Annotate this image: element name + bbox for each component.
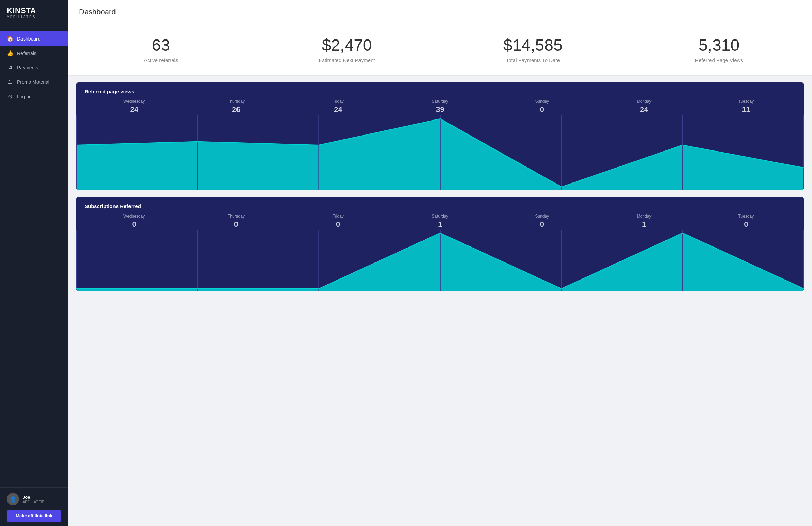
referrals-icon: 👍 (7, 50, 13, 57)
page-title: Dashboard (79, 7, 801, 16)
charts-area: Referred page views Wednesday24Thursday2… (68, 76, 812, 298)
stat-card-2: $14,585Total Payments To Date (440, 24, 626, 75)
sidebar-nav: 🏠Dashboard👍Referrals🖥Payments🗂Promo Mate… (0, 27, 68, 487)
page-header: Dashboard (68, 0, 812, 24)
chart2-day-5: Monday1 (593, 214, 695, 229)
stat-label-1: Estimated Next Payment (265, 57, 429, 63)
sidebar-item-logout[interactable]: ⊙Log out (0, 89, 68, 104)
avatar: 👤 (7, 493, 19, 505)
sidebar-label-promo: Promo Material (17, 79, 49, 85)
chart1-day-5: Monday24 (593, 99, 695, 114)
stat-label-3: Referred Page Views (637, 57, 801, 63)
chart-page-views: Referred page views Wednesday24Thursday2… (76, 82, 804, 190)
chart1-day-4: Sunday0 (491, 99, 593, 114)
stats-row: 63Active referrals$2,470Estimated Next P… (68, 24, 812, 76)
sidebar-label-logout: Log out (17, 94, 33, 100)
stat-value-0: 63 (79, 36, 243, 55)
stat-value-1: $2,470 (265, 36, 429, 55)
sidebar-label-referrals: Referrals (17, 51, 37, 56)
sidebar-item-referrals[interactable]: 👍Referrals (0, 46, 68, 61)
chart1-day-1: Thursday26 (185, 99, 287, 114)
chart1-svg (76, 116, 804, 190)
chart1-day-2: Friday24 (287, 99, 389, 114)
chart2-day-3: Saturday1 (389, 214, 491, 229)
sidebar-label-payments: Payments (17, 65, 38, 71)
chart2-day-6: Tuesday0 (695, 214, 797, 229)
stat-card-1: $2,470Estimated Next Payment (254, 24, 440, 75)
chart-subscriptions: Subscriptions Referred Wednesday0Thursda… (76, 197, 804, 291)
sidebar-label-dashboard: Dashboard (17, 36, 41, 42)
chart2-days: Wednesday0Thursday0Friday0Saturday1Sunda… (76, 214, 804, 229)
stat-card-3: 5,310Referred Page Views (626, 24, 812, 75)
chart2-svg (76, 230, 804, 291)
chart1-day-3: Saturday39 (389, 99, 491, 114)
chart1-svg-wrapper (76, 116, 804, 190)
sidebar-item-dashboard[interactable]: 🏠Dashboard (0, 31, 68, 46)
stat-value-2: $14,585 (451, 36, 615, 55)
user-row: 👤 Joe AFFILIATEID (7, 493, 61, 505)
main-content: Dashboard 63Active referrals$2,470Estima… (68, 0, 812, 526)
chart2-day-1: Thursday0 (185, 214, 287, 229)
logout-icon: ⊙ (7, 93, 13, 100)
stat-value-3: 5,310 (637, 36, 801, 55)
user-info: Joe AFFILIATEID (23, 495, 45, 504)
stat-card-0: 63Active referrals (68, 24, 254, 75)
chart1-day-6: Tuesday11 (695, 99, 797, 114)
logo-area: KINSTA AFFILIATES (0, 0, 68, 27)
chart2-day-2: Friday0 (287, 214, 389, 229)
chart2-day-4: Sunday0 (491, 214, 593, 229)
sidebar-footer: 👤 Joe AFFILIATEID Make affiliate link (0, 487, 68, 526)
stat-label-2: Total Payments To Date (451, 57, 615, 63)
payments-icon: 🖥 (7, 65, 13, 71)
chart2-title: Subscriptions Referred (76, 197, 804, 214)
chart2-svg-wrapper (76, 230, 804, 291)
stat-label-0: Active referrals (79, 57, 243, 63)
user-name: Joe (23, 495, 45, 500)
sidebar: KINSTA AFFILIATES 🏠Dashboard👍Referrals🖥P… (0, 0, 68, 526)
promo-icon: 🗂 (7, 79, 13, 85)
dashboard-icon: 🏠 (7, 35, 13, 42)
chart1-title: Referred page views (76, 82, 804, 99)
sidebar-item-promo[interactable]: 🗂Promo Material (0, 75, 68, 89)
brand-name: KINSTA (7, 7, 61, 14)
chart2-day-0: Wednesday0 (83, 214, 185, 229)
user-id: AFFILIATEID (23, 500, 45, 504)
sidebar-item-payments[interactable]: 🖥Payments (0, 61, 68, 75)
make-affiliate-link-button[interactable]: Make affiliate link (7, 510, 61, 522)
chart1-days: Wednesday24Thursday26Friday24Saturday39S… (76, 99, 804, 114)
chart1-day-0: Wednesday24 (83, 99, 185, 114)
brand-subtitle: AFFILIATES (7, 15, 61, 19)
